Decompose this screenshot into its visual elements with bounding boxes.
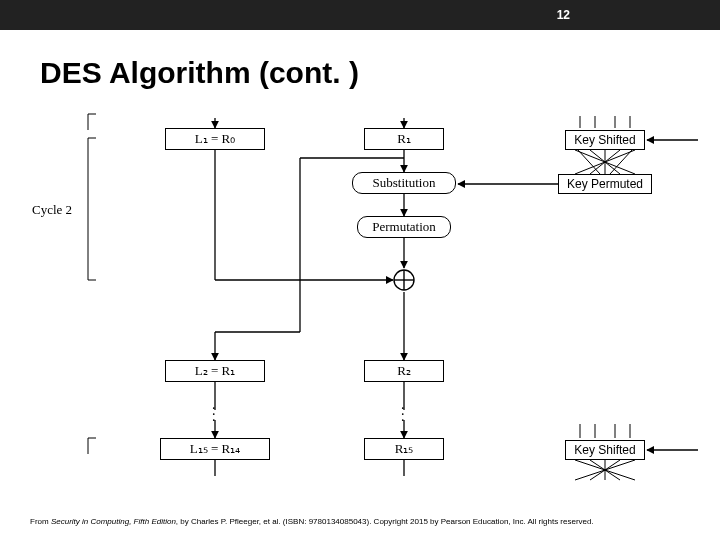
box-l15: L₁₅ = R₁₄	[160, 438, 270, 460]
box-r1: R₁	[364, 128, 444, 150]
box-l2: L₂ = R₁	[165, 360, 265, 382]
slide-title: DES Algorithm (cont. )	[40, 56, 359, 90]
box-r15: R₁₅	[364, 438, 444, 460]
svg-line-22	[578, 150, 600, 174]
xor-icon	[393, 269, 415, 291]
des-diagram: Cycle 2 L₁ = R₀ R₁ Substitution Permutat…	[0, 110, 720, 510]
footer-book: Security in Computing, Fifth Edition	[51, 517, 176, 526]
box-substitution: Substitution	[352, 172, 456, 194]
svg-line-23	[610, 150, 632, 174]
box-l1: L₁ = R₀	[165, 128, 265, 150]
footer-rest: , by Charles P. Pfleeger, et al. (ISBN: …	[176, 517, 594, 526]
footer-prefix: From	[30, 517, 51, 526]
box-r2: R₂	[364, 360, 444, 382]
cycle-label: Cycle 2	[32, 202, 72, 218]
box-key-permuted: Key Permuted	[558, 174, 652, 194]
box-key-shifted-top: Key Shifted	[565, 130, 645, 150]
page-number: 12	[557, 8, 570, 22]
vdots-right: ···	[401, 406, 405, 424]
vdots-left: ···	[212, 406, 216, 424]
footer-citation: From Security in Computing, Fifth Editio…	[30, 517, 690, 526]
top-bar: 12	[0, 0, 720, 30]
box-permutation: Permutation	[357, 216, 451, 238]
box-key-shifted-bottom: Key Shifted	[565, 440, 645, 460]
